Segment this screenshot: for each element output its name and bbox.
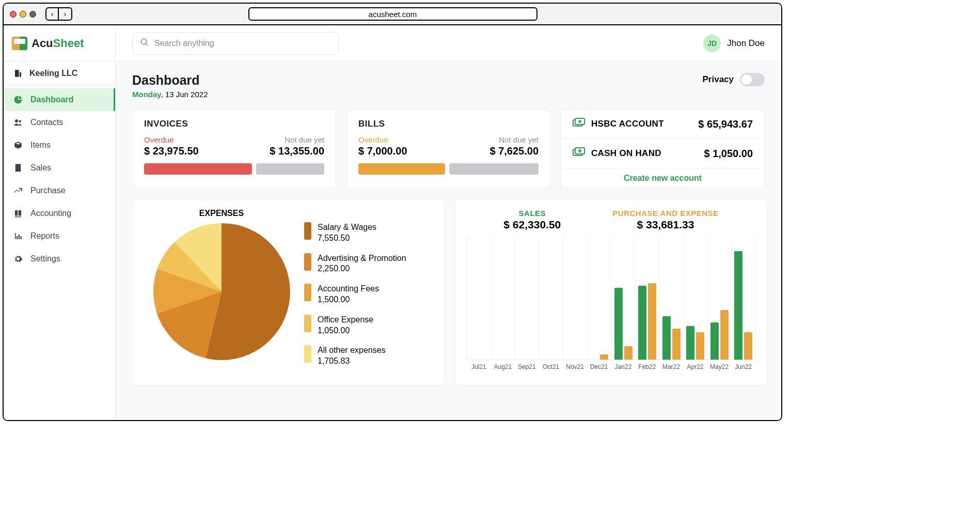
chart-bar xyxy=(696,332,704,360)
app-logo[interactable]: AcuSheet xyxy=(4,25,115,61)
search-icon xyxy=(140,38,149,49)
nav-forward-button[interactable]: › xyxy=(59,8,71,20)
invoices-notdue-value: $ 13,355.00 xyxy=(270,145,324,157)
nav-back-button[interactable]: ‹ xyxy=(46,8,59,20)
invoices-title: INVOICES xyxy=(144,119,324,129)
sidebar-item-accounting[interactable]: Accounting xyxy=(4,202,115,225)
legend-swatch xyxy=(304,315,311,332)
legend-swatch xyxy=(304,222,311,240)
avatar: JD xyxy=(703,35,721,52)
expenses-pie-chart xyxy=(153,223,290,360)
chart-bar xyxy=(720,310,729,360)
invoices-notdue-label: Not due yet xyxy=(270,135,324,144)
x-axis-label: Oct21 xyxy=(539,363,563,370)
legend-swatch xyxy=(304,253,311,271)
svg-point-1 xyxy=(19,120,22,123)
building-icon xyxy=(13,68,23,79)
sidebar-item-label: Settings xyxy=(30,254,60,264)
bills-overdue-value: $ 7,000.00 xyxy=(358,145,407,157)
box-icon xyxy=(13,140,23,150)
sidebar-item-dashboard[interactable]: Dashboard xyxy=(4,88,115,111)
x-axis-label: Dec21 xyxy=(587,363,611,370)
logo-icon xyxy=(12,37,27,50)
svg-point-0 xyxy=(15,119,18,122)
legend-name: Office Expense xyxy=(318,315,373,326)
bar-group xyxy=(611,236,636,360)
legend-name: Salary & Wages xyxy=(318,222,376,233)
search-input[interactable]: Search anything xyxy=(132,32,339,55)
bills-title: BILLS xyxy=(358,119,539,129)
x-axis-label: Aug21 xyxy=(491,363,515,370)
sidebar-item-label: Sales xyxy=(30,163,51,173)
chart-bar xyxy=(638,286,646,360)
sidebar-item-settings[interactable]: Settings xyxy=(4,247,115,270)
bar-group xyxy=(707,236,732,360)
browser-titlebar: ‹ › acusheet.com xyxy=(4,4,781,25)
bar-group xyxy=(515,236,540,360)
legend-name: Advertising & Promotion xyxy=(318,253,406,264)
bar-group xyxy=(467,236,492,360)
bar-group xyxy=(732,236,756,360)
receipt-icon xyxy=(13,163,23,173)
svg-rect-8 xyxy=(575,148,584,154)
company-name: Keeling LLC xyxy=(29,69,77,78)
purchase-label: PURCHASE AND EXPENSE xyxy=(612,209,718,218)
cash-icon xyxy=(573,147,585,160)
page-date: Monday, 13 Jun 2022 xyxy=(132,90,208,99)
purchase-value: $ 33,681.33 xyxy=(612,219,718,231)
sidebar-item-items[interactable]: Items xyxy=(4,134,115,157)
minimize-icon[interactable] xyxy=(20,11,26,18)
legend-swatch xyxy=(304,345,311,363)
sidebar-item-label: Contacts xyxy=(30,118,63,127)
chart-bar xyxy=(672,329,681,360)
cash-icon xyxy=(573,118,585,130)
x-axis-label: Mar22 xyxy=(659,363,684,370)
chart-icon xyxy=(13,231,23,241)
bills-card: BILLS Overdue $ 7,000.00 Not due yet $ 7… xyxy=(346,109,550,189)
logo-text: AcuSheet xyxy=(31,37,84,50)
account-row[interactable]: HSBC ACCOUNT$ 65,943.67 xyxy=(561,110,764,139)
overdue-bar xyxy=(358,163,445,175)
create-account-link[interactable]: Create new account xyxy=(561,168,764,188)
sidebar-item-label: Purchase xyxy=(30,186,66,195)
bills-notdue-value: $ 7,625.00 xyxy=(489,145,539,157)
page-title: Dashboard xyxy=(132,73,208,88)
invoices-card: INVOICES Overdue $ 23,975.50 Not due yet… xyxy=(132,109,336,189)
privacy-toggle[interactable] xyxy=(740,73,765,86)
invoices-overdue-label: Overdue xyxy=(144,135,199,144)
sidebar-item-reports[interactable]: Reports xyxy=(4,225,115,247)
bar-group xyxy=(540,236,564,360)
users-icon xyxy=(13,117,23,128)
notdue-bar xyxy=(256,163,324,175)
company-selector[interactable]: Keeling LLC xyxy=(4,61,115,85)
bar-group xyxy=(659,236,684,360)
x-axis-label: Jun22 xyxy=(731,363,755,370)
chart-bar xyxy=(614,288,623,360)
user-menu[interactable]: JD Jhon Doe xyxy=(703,35,765,52)
x-axis-label: May22 xyxy=(707,363,732,370)
sidebar-item-sales[interactable]: Sales xyxy=(4,157,115,179)
bills-notdue-label: Not due yet xyxy=(489,135,539,144)
legend-item: Advertising & Promotion2,250.00 xyxy=(304,253,433,275)
maximize-icon[interactable] xyxy=(29,11,36,18)
chart-bar xyxy=(600,354,608,360)
privacy-label: Privacy xyxy=(703,74,734,85)
search-placeholder: Search anything xyxy=(154,39,214,48)
svg-line-3 xyxy=(146,43,148,45)
book-icon xyxy=(13,208,23,219)
notdue-bar xyxy=(449,163,539,175)
x-axis-label: Feb22 xyxy=(635,363,659,370)
chart-bar xyxy=(648,283,656,360)
user-name: Jhon Doe xyxy=(727,38,765,49)
close-icon[interactable] xyxy=(10,11,17,18)
account-name: CASH ON HAND xyxy=(591,148,661,159)
url-bar[interactable]: acusheet.com xyxy=(248,7,538,21)
sidebar-item-contacts[interactable]: Contacts xyxy=(4,111,115,134)
account-row[interactable]: CASH ON HAND$ 1,050.00 xyxy=(561,139,764,168)
bills-overdue-label: Overdue xyxy=(358,135,407,144)
chart-bar xyxy=(710,322,719,360)
legend-item: Office Expense1,050.00 xyxy=(304,315,433,336)
legend-name: Accounting Fees xyxy=(318,284,379,295)
sidebar-item-purchase[interactable]: Purchase xyxy=(4,179,115,202)
sales-value: $ 62,330.50 xyxy=(503,219,561,231)
